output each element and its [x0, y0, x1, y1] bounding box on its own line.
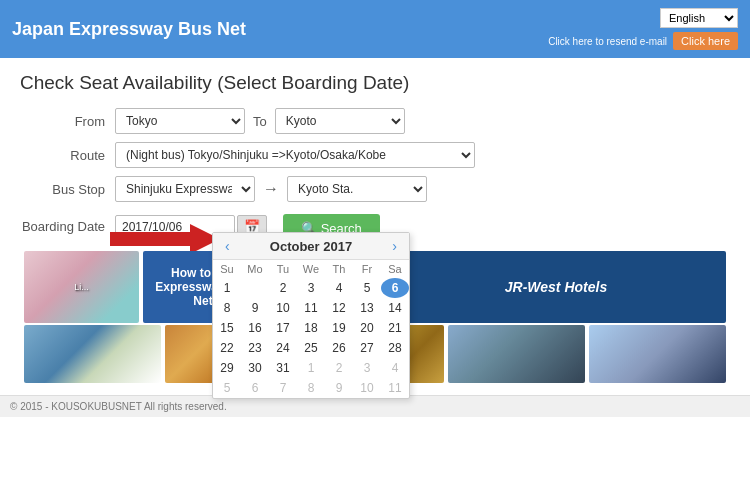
cal-day[interactable]: 21 [381, 318, 409, 338]
cal-day[interactable]: 17 [269, 318, 297, 338]
cal-prev-button[interactable]: ‹ [221, 238, 234, 254]
route-label: Route [20, 148, 115, 163]
from-to-row: From Tokyo Osaka To Kyoto Tokyo [20, 108, 730, 134]
route-select[interactable]: (Night bus) Tokyo/Shinjuku =>Kyoto/Osaka… [115, 142, 475, 168]
cal-day[interactable]: 2 [325, 358, 353, 378]
jr-west-label: JR-West Hotels [505, 279, 607, 295]
cal-day[interactable]: 20 [353, 318, 381, 338]
resend-label: Click here to resend e-mail [548, 36, 667, 47]
resend-button[interactable]: Click here [673, 32, 738, 50]
boarding-date-label: Boarding Date [20, 219, 115, 234]
calendar-dropdown: ‹ October 2017 › Su Mo Tu We Th Fr Sa [212, 232, 410, 399]
cal-day[interactable]: 3 [353, 358, 381, 378]
cal-next-button[interactable]: › [388, 238, 401, 254]
cal-day[interactable] [241, 278, 269, 298]
cal-day[interactable]: 15 [213, 318, 241, 338]
cal-day[interactable]: 8 [213, 298, 241, 318]
cal-day[interactable]: 4 [381, 358, 409, 378]
bus-image-1 [24, 325, 161, 383]
cal-day[interactable]: 31 [269, 358, 297, 378]
cal-day[interactable]: 13 [353, 298, 381, 318]
to-select[interactable]: Kyoto Tokyo [275, 108, 405, 134]
cal-day[interactable]: 28 [381, 338, 409, 358]
cal-day-mo: Mo [241, 260, 269, 278]
cal-day-su: Su [213, 260, 241, 278]
cal-day[interactable]: 1 [213, 278, 241, 298]
jr-west-card[interactable]: JR-West Hotels [386, 251, 726, 323]
header: Japan Expressway Bus Net English Japanes… [0, 0, 750, 58]
stop-from-select[interactable]: Shinjuku Expressway Bus Te [115, 176, 255, 202]
cal-day[interactable]: 27 [353, 338, 381, 358]
cal-day-sa: Sa [381, 260, 409, 278]
cal-day[interactable]: 9 [325, 378, 353, 398]
cal-day[interactable]: 6 [241, 378, 269, 398]
cal-day[interactable]: 11 [297, 298, 325, 318]
cal-day[interactable]: 14 [381, 298, 409, 318]
cherry-blossom-card: Li... [24, 251, 139, 323]
resend-row: Click here to resend e-mail Click here [548, 32, 738, 50]
cal-day-fr: Fr [353, 260, 381, 278]
header-right: English Japanese Chinese Click here to r… [548, 8, 738, 50]
cal-day[interactable]: 19 [325, 318, 353, 338]
cal-day[interactable]: 5 [353, 278, 381, 298]
bus-stop-row: Bus Stop Shinjuku Expressway Bus Te → Ky… [20, 176, 730, 202]
cal-day[interactable]: 25 [297, 338, 325, 358]
stop-to-select[interactable]: Kyoto Sta. [287, 176, 427, 202]
bus-stop-label: Bus Stop [20, 182, 115, 197]
calendar-header: ‹ October 2017 › [213, 233, 409, 260]
to-label-text: To [253, 114, 267, 129]
cal-day[interactable]: 9 [241, 298, 269, 318]
from-select[interactable]: Tokyo Osaka [115, 108, 245, 134]
cal-day[interactable]: 23 [241, 338, 269, 358]
cal-day-tu: Tu [269, 260, 297, 278]
cal-day[interactable]: 6 [381, 278, 409, 298]
cal-day[interactable]: 4 [325, 278, 353, 298]
cal-day[interactable]: 11 [381, 378, 409, 398]
arrow-right-icon: → [263, 180, 279, 198]
cal-month-year: October 2017 [270, 239, 352, 254]
cal-day-th: Th [325, 260, 353, 278]
cal-day[interactable]: 7 [269, 378, 297, 398]
calendar-table: Su Mo Tu We Th Fr Sa 1234568910111213141… [213, 260, 409, 398]
cal-day[interactable]: 26 [325, 338, 353, 358]
route-row: Route (Night bus) Tokyo/Shinjuku =>Kyoto… [20, 142, 730, 168]
cal-day[interactable]: 12 [325, 298, 353, 318]
cal-day[interactable]: 8 [297, 378, 325, 398]
cal-day[interactable]: 18 [297, 318, 325, 338]
cal-day[interactable]: 3 [297, 278, 325, 298]
cal-day[interactable]: 29 [213, 358, 241, 378]
cal-day[interactable]: 5 [213, 378, 241, 398]
cal-day[interactable]: 16 [241, 318, 269, 338]
cal-day[interactable]: 22 [213, 338, 241, 358]
site-title: Japan Expressway Bus Net [12, 19, 246, 40]
cal-day[interactable]: 2 [269, 278, 297, 298]
from-label: From [20, 114, 115, 129]
cal-day[interactable]: 30 [241, 358, 269, 378]
red-arrow-indicator [110, 224, 220, 254]
cal-day[interactable]: 10 [353, 378, 381, 398]
language-select[interactable]: English Japanese Chinese [660, 8, 738, 28]
castle-image [448, 325, 585, 383]
footer-text: © 2015 - KOUSOKUBUSNET All rights reserv… [10, 401, 227, 412]
cal-day-we: We [297, 260, 325, 278]
section-title: Check Seat Availability (Select Boarding… [20, 72, 730, 94]
cal-day[interactable]: 24 [269, 338, 297, 358]
svg-marker-0 [110, 224, 220, 254]
cal-day[interactable]: 1 [297, 358, 325, 378]
bus-image-2 [589, 325, 726, 383]
cal-day[interactable]: 10 [269, 298, 297, 318]
